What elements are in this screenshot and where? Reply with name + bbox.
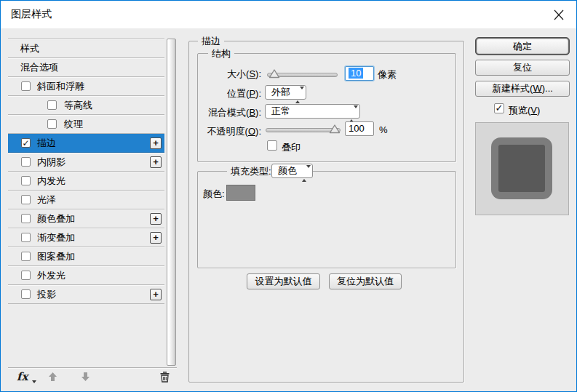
- move-effect-up-icon[interactable]: [48, 372, 57, 385]
- sidebar-item-blending-options[interactable]: 混合选项: [8, 58, 164, 77]
- sidebar-item-label: 投影: [37, 285, 56, 304]
- combo-arrows-icon: [349, 108, 354, 121]
- preview-thumbnail: [475, 122, 569, 215]
- stroke-color-swatch[interactable]: [226, 185, 255, 201]
- sidebar-item-texture[interactable]: 纹理: [8, 115, 164, 134]
- sidebar-item-inner-shadow[interactable]: 内阴影 +: [8, 153, 164, 172]
- preview-stroke-shape: [491, 137, 552, 199]
- sidebar-item-label: 描边: [37, 134, 56, 153]
- outer-glow-checkbox[interactable]: [21, 271, 31, 280]
- stroke-size-slider-thumb[interactable]: [268, 68, 280, 81]
- sidebar-item-styles[interactable]: 样式: [8, 39, 164, 58]
- delete-effect-icon[interactable]: [159, 371, 170, 385]
- sidebar-item-label: 颜色叠加: [37, 209, 75, 228]
- color-label: 颜色:: [203, 188, 225, 201]
- color-overlay-checkbox[interactable]: [21, 214, 31, 223]
- blend-mode-select[interactable]: 正常: [265, 104, 360, 119]
- texture-checkbox[interactable]: [47, 119, 57, 129]
- combo-arrows-icon: [295, 89, 301, 102]
- sidebar-item-label: 混合选项: [20, 58, 58, 77]
- overprint-checkbox[interactable]: [267, 140, 277, 151]
- preview-fill-shape: [498, 145, 545, 192]
- sidebar-item-label: 图案叠加: [37, 247, 75, 266]
- add-drop-shadow-instance-button[interactable]: +: [150, 289, 162, 300]
- effects-list: 样式 混合选项 斜面和浮雕 等高线 纹理 ✓ 描边 + 内阴影 + 内: [8, 39, 164, 304]
- preview-label: 预览(V): [509, 104, 540, 117]
- fill-type-value: 颜色: [278, 165, 297, 176]
- sidebar-item-satin[interactable]: 光泽: [8, 191, 164, 209]
- sidebar-item-gradient-overlay[interactable]: 渐变叠加 +: [8, 228, 164, 247]
- stroke-panel-title: 描边: [198, 35, 224, 48]
- inner-shadow-checkbox[interactable]: [21, 157, 31, 167]
- sidebar-item-stroke[interactable]: ✓ 描边 +: [8, 134, 164, 153]
- blend-mode-label: 混合模式(B):: [181, 106, 261, 119]
- size-unit-label: 像素: [378, 68, 397, 81]
- overprint-label: 叠印: [282, 141, 301, 154]
- sidebar-item-label: 光泽: [37, 191, 56, 209]
- sidebar-item-label: 外发光: [37, 266, 65, 285]
- sidebar-item-label: 等高线: [64, 96, 92, 115]
- position-label: 位置(P):: [181, 87, 261, 100]
- sidebar-item-label: 纹理: [64, 115, 83, 134]
- pattern-overlay-checkbox[interactable]: [21, 252, 31, 261]
- title-bar: 图层样式: [1, 1, 576, 28]
- drop-shadow-checkbox[interactable]: [21, 289, 31, 299]
- stroke-size-value: 10: [349, 68, 363, 79]
- layer-style-dialog: 图层样式 样式 混合选项 斜面和浮雕 等高线 纹理 ✓ 描边 +: [0, 0, 577, 392]
- ok-button[interactable]: 确定: [477, 39, 568, 54]
- reset-button[interactable]: 复位: [475, 60, 570, 76]
- position-select[interactable]: 外部: [265, 85, 306, 100]
- sidebar-item-color-overlay[interactable]: 颜色叠加 +: [8, 209, 164, 228]
- structure-group-title: 结构: [208, 47, 234, 60]
- fx-menu-button[interactable]: fx: [17, 370, 28, 383]
- sidebar-item-contour[interactable]: 等高线: [8, 96, 164, 115]
- fx-menu-caret-icon: [32, 380, 36, 383]
- sidebar-item-label: 内阴影: [37, 153, 65, 172]
- stroke-size-input[interactable]: 10: [345, 66, 374, 81]
- combo-arrows-icon: [302, 167, 307, 180]
- make-default-button[interactable]: 设置为默认值: [247, 273, 320, 289]
- move-effect-down-icon[interactable]: [81, 372, 90, 385]
- preview-checkbox[interactable]: ✓: [494, 103, 504, 113]
- sidebar-item-label: 样式: [20, 39, 39, 58]
- opacity-value: 100: [349, 123, 365, 134]
- inner-glow-checkbox[interactable]: [21, 176, 31, 185]
- contour-checkbox[interactable]: [47, 100, 57, 110]
- effects-list-footer: fx: [8, 367, 177, 388]
- effects-list-scrollbar[interactable]: [167, 39, 176, 366]
- add-color-overlay-instance-button[interactable]: +: [150, 213, 162, 225]
- blend-mode-value: 正常: [271, 105, 290, 116]
- bevel-emboss-checkbox[interactable]: [21, 81, 31, 91]
- stroke-checkbox[interactable]: ✓: [21, 138, 31, 148]
- sidebar-item-drop-shadow[interactable]: 投影 +: [8, 285, 164, 304]
- opacity-slider-thumb[interactable]: [329, 124, 341, 137]
- satin-checkbox[interactable]: [21, 195, 31, 204]
- sidebar-item-label: 内发光: [37, 172, 65, 191]
- close-icon[interactable]: [552, 9, 566, 21]
- sidebar-item-label: 斜面和浮雕: [37, 77, 84, 96]
- new-style-button[interactable]: 新建样式(W)...: [475, 81, 570, 97]
- sidebar-item-bevel-emboss[interactable]: 斜面和浮雕: [8, 77, 164, 96]
- position-value: 外部: [271, 87, 290, 97]
- dialog-title: 图层样式: [11, 8, 52, 21]
- add-inner-shadow-instance-button[interactable]: +: [150, 156, 162, 168]
- gradient-overlay-checkbox[interactable]: [21, 233, 31, 242]
- opacity-input[interactable]: 100: [345, 121, 374, 136]
- sidebar-item-outer-glow[interactable]: 外发光: [8, 266, 164, 285]
- opacity-unit-label: %: [379, 124, 388, 135]
- fill-type-select[interactable]: 颜色: [271, 164, 313, 178]
- opacity-label: 不透明度(O):: [181, 125, 261, 138]
- size-label: 大小(S):: [181, 68, 261, 81]
- sidebar-item-label: 渐变叠加: [37, 228, 75, 247]
- reset-default-button[interactable]: 复位为默认值: [329, 273, 402, 289]
- add-stroke-instance-button[interactable]: +: [150, 137, 162, 149]
- add-gradient-overlay-instance-button[interactable]: +: [150, 232, 162, 244]
- fill-type-label: 填充类型:: [227, 165, 275, 178]
- sidebar-item-pattern-overlay[interactable]: 图案叠加: [8, 247, 164, 266]
- ok-button-ring: 确定: [475, 37, 570, 55]
- sidebar-item-inner-glow[interactable]: 内发光: [8, 172, 164, 191]
